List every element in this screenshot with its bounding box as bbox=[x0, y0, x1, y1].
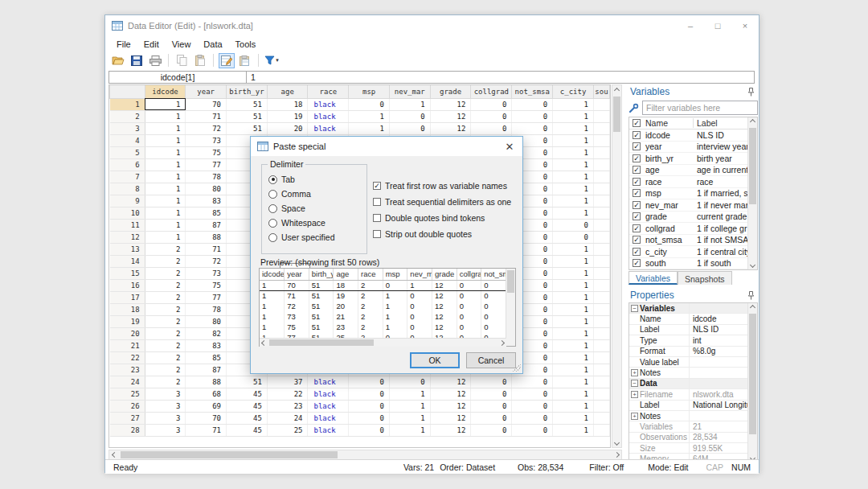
grid-cell[interactable]: 87 bbox=[186, 364, 227, 376]
properties-scrollbar[interactable] bbox=[747, 303, 757, 462]
grid-cell[interactable]: 12 bbox=[430, 424, 471, 436]
preview-row[interactable]: 17251202101200 bbox=[260, 301, 506, 311]
menu-view[interactable]: View bbox=[166, 38, 198, 51]
open-file-icon[interactable] bbox=[110, 53, 126, 68]
grid-cell[interactable]: 51 bbox=[227, 122, 268, 134]
copy-icon[interactable] bbox=[174, 53, 190, 68]
grid-cell[interactable]: 0 bbox=[512, 412, 553, 424]
grid-cell[interactable]: 0 bbox=[553, 219, 594, 231]
grid-cell[interactable]: 45 bbox=[227, 388, 268, 400]
row-number[interactable]: 7 bbox=[110, 171, 145, 183]
dialog-close-icon[interactable]: ✕ bbox=[497, 137, 522, 156]
row-number[interactable]: 1 bbox=[110, 98, 145, 110]
grid-cell[interactable]: 71 bbox=[186, 424, 227, 436]
grid-cell[interactable]: 0 bbox=[512, 122, 553, 134]
cancel-button[interactable]: Cancel bbox=[466, 352, 516, 368]
grid-cell[interactable]: 1 bbox=[553, 327, 594, 339]
grid-cell[interactable]: 12 bbox=[430, 98, 471, 110]
grid-cell[interactable] bbox=[593, 219, 609, 231]
grid-cell[interactable]: 2 bbox=[145, 303, 186, 315]
row-number[interactable]: 8 bbox=[110, 183, 145, 195]
grid-cell[interactable] bbox=[593, 315, 609, 327]
grid-cell[interactable] bbox=[593, 110, 609, 122]
preview-vertical-scrollbar[interactable] bbox=[506, 269, 515, 346]
grid-cell[interactable] bbox=[593, 98, 609, 110]
filter-variables-input[interactable]: Filter variables here bbox=[642, 101, 758, 115]
grid-cell[interactable] bbox=[593, 195, 609, 207]
grid-cell[interactable]: 0 bbox=[512, 98, 553, 110]
grid-cell[interactable]: 1 bbox=[145, 122, 186, 134]
select-all-checkbox[interactable]: ✓ bbox=[633, 119, 641, 127]
close-button[interactable]: × bbox=[731, 15, 759, 36]
row-number[interactable]: 15 bbox=[110, 267, 145, 279]
variable-row-birth_yr[interactable]: ✓birth_yrbirth year bbox=[629, 153, 757, 165]
variable-row-age[interactable]: ✓ageage in current year bbox=[629, 165, 757, 177]
edit-mode-icon[interactable] bbox=[219, 53, 235, 68]
row-number[interactable]: 2 bbox=[110, 110, 145, 122]
variable-checkbox[interactable]: ✓ bbox=[633, 212, 641, 220]
grid-cell[interactable]: 2 bbox=[145, 339, 186, 351]
grid-cell[interactable]: 20 bbox=[267, 122, 308, 134]
row-number[interactable]: 20 bbox=[110, 327, 145, 339]
menu-data[interactable]: Data bbox=[197, 38, 228, 51]
grid-cell[interactable]: 0 bbox=[471, 400, 512, 412]
filter-icon[interactable]: ▾ bbox=[264, 53, 280, 68]
grid-cell[interactable]: 1 bbox=[145, 171, 186, 183]
variable-checkbox[interactable]: ✓ bbox=[633, 131, 641, 139]
grid-cell[interactable]: 2 bbox=[145, 351, 186, 364]
grid-cell[interactable]: 45 bbox=[227, 400, 268, 412]
grid-cell[interactable]: 12 bbox=[430, 122, 471, 134]
grid-cell[interactable]: 1 bbox=[145, 158, 186, 171]
dialog-checkbox-2[interactable]: Treat sequential delimiters as one bbox=[373, 197, 511, 207]
scroll-up-icon[interactable] bbox=[612, 85, 621, 95]
grid-cell[interactable]: 19 bbox=[267, 110, 308, 122]
grid-cell[interactable]: 1 bbox=[145, 231, 186, 243]
grid-cell[interactable]: 1 bbox=[553, 339, 594, 351]
delimiter-radio-space[interactable]: Space bbox=[268, 203, 305, 213]
scrollbar-thumb[interactable] bbox=[749, 314, 756, 434]
scrollbar-thumb[interactable] bbox=[613, 97, 620, 132]
grid-cell[interactable]: 0 bbox=[389, 122, 430, 134]
grid-cell[interactable]: 75 bbox=[186, 279, 227, 291]
cell-reference-box[interactable]: idcode[1] bbox=[108, 71, 247, 84]
grid-cell[interactable]: 78 bbox=[186, 171, 227, 183]
row-number[interactable]: 9 bbox=[110, 195, 145, 207]
row-number[interactable]: 23 bbox=[110, 364, 145, 376]
column-header-msp[interactable]: msp bbox=[349, 85, 390, 98]
row-number[interactable]: 25 bbox=[110, 388, 145, 400]
grid-cell[interactable]: 22 bbox=[267, 388, 308, 400]
grid-cell[interactable]: black bbox=[308, 110, 349, 122]
grid-cell[interactable]: 87 bbox=[186, 219, 227, 231]
variable-checkbox[interactable]: ✓ bbox=[633, 142, 641, 150]
scrollbar-thumb[interactable] bbox=[749, 128, 756, 204]
grid-cell[interactable]: 1 bbox=[145, 195, 186, 207]
browse-mode-icon[interactable] bbox=[237, 53, 253, 68]
grid-cell[interactable]: 24 bbox=[267, 412, 308, 424]
ok-button[interactable]: OK bbox=[410, 352, 460, 368]
print-icon[interactable] bbox=[147, 53, 163, 68]
grid-cell[interactable]: 0 bbox=[512, 110, 553, 122]
grid-cell[interactable]: 82 bbox=[186, 327, 227, 339]
grid-cell[interactable]: 12 bbox=[430, 388, 471, 400]
variable-checkbox[interactable]: ✓ bbox=[633, 236, 641, 244]
grid-cell[interactable] bbox=[593, 388, 609, 400]
grid-cell[interactable]: 0 bbox=[512, 424, 553, 436]
row-number[interactable]: 28 bbox=[110, 424, 145, 436]
grid-cell[interactable] bbox=[593, 183, 609, 195]
column-header-collgrad[interactable]: collgrad bbox=[471, 85, 512, 98]
row-number[interactable]: 6 bbox=[110, 158, 145, 171]
grid-cell[interactable]: 70 bbox=[186, 98, 227, 110]
grid-cell[interactable]: 1 bbox=[553, 122, 594, 134]
grid-cell[interactable] bbox=[593, 291, 609, 303]
row-number[interactable]: 11 bbox=[110, 219, 145, 231]
grid-cell[interactable]: 0 bbox=[349, 376, 390, 388]
row-number[interactable]: 4 bbox=[110, 134, 145, 146]
scrollbar-thumb[interactable] bbox=[121, 451, 338, 458]
grid-cell[interactable]: 1 bbox=[389, 98, 430, 110]
row-number[interactable]: 12 bbox=[110, 231, 145, 243]
menu-edit[interactable]: Edit bbox=[137, 38, 166, 51]
maximize-button[interactable]: □ bbox=[704, 15, 731, 36]
grid-cell[interactable]: 2 bbox=[145, 267, 186, 279]
grid-cell[interactable]: 0 bbox=[349, 388, 390, 400]
grid-cell[interactable]: 3 bbox=[145, 412, 186, 424]
